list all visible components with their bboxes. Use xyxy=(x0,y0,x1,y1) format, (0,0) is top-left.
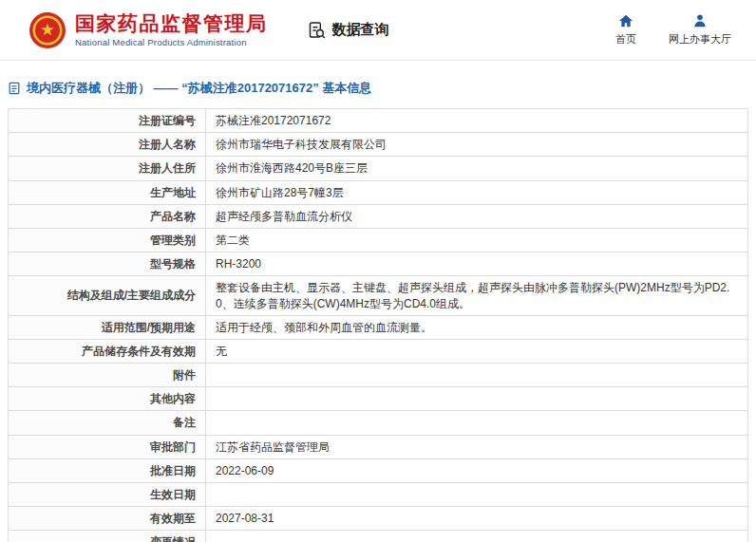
row-label: 附件 xyxy=(9,364,206,387)
row-value: 超声经颅多普勒血流分析仪 xyxy=(206,204,748,228)
table-row: 注册证编号苏械注准20172071672 xyxy=(9,109,748,133)
row-label: 生效日期 xyxy=(9,483,206,507)
row-label: 产品储存条件及有效期 xyxy=(9,339,206,363)
breadcrumb: 境内医疗器械（注册） —— “苏械注准20172071672” 基本信息 xyxy=(0,61,756,108)
row-label: 管理类别 xyxy=(9,228,206,252)
brand-text: 国家药品监督管理局 National Medical Products Admi… xyxy=(75,12,268,47)
home-icon xyxy=(618,13,633,28)
table-row: 其他内容 xyxy=(9,387,748,411)
table-row: 产品名称超声经颅多普勒血流分析仪 xyxy=(9,204,748,228)
row-label: 审批部门 xyxy=(9,435,206,458)
table-row: 附件 xyxy=(9,364,748,387)
row-label: 注册人名称 xyxy=(9,133,206,157)
row-label: 有效期至 xyxy=(9,507,206,531)
document-icon xyxy=(8,82,21,95)
table-row: 注册人住所徐州市淮海西路420号B座三层 xyxy=(9,157,748,180)
table-row: 产品储存条件及有效期无 xyxy=(9,339,748,363)
registration-info-table: 注册证编号苏械注准20172071672注册人名称徐州市瑞华电子科技发展有限公司… xyxy=(8,108,748,542)
table-row: 有效期至2027-08-31 xyxy=(9,507,748,531)
row-label: 产品名称 xyxy=(9,204,206,228)
nav-home-label: 首页 xyxy=(615,32,636,47)
org-name-cn: 国家药品监督管理局 xyxy=(75,12,268,34)
row-label: 型号规格 xyxy=(9,252,206,276)
header-right-nav: 首页 网上办事大厅 xyxy=(615,13,731,47)
registration-info-table-wrap: 注册证编号苏械注准20172071672注册人名称徐州市瑞华电子科技发展有限公司… xyxy=(8,108,748,542)
row-value: 第二类 xyxy=(206,228,748,252)
national-emblem-icon xyxy=(28,11,66,49)
row-label: 其他内容 xyxy=(9,387,206,411)
row-value: 适用于经颅、颈部和外周血管的血流测量。 xyxy=(206,315,748,339)
row-label: 适用范围/预期用途 xyxy=(9,315,206,339)
brand-logo[interactable]: 国家药品监督管理局 National Medical Products Admi… xyxy=(28,11,268,49)
table-row: 变更情况 xyxy=(9,531,748,542)
nav-data-query[interactable]: 数据查询 xyxy=(308,21,389,40)
table-row: 审批部门江苏省药品监督管理局 xyxy=(9,435,748,458)
user-icon xyxy=(692,13,708,28)
table-row: 生效日期 xyxy=(9,483,748,507)
row-value: 江苏省药品监督管理局 xyxy=(206,435,748,458)
row-value: 徐州市矿山路28号7幢3层 xyxy=(206,180,748,204)
row-value: 徐州市淮海西路420号B座三层 xyxy=(206,157,748,180)
row-label: 生产地址 xyxy=(9,180,206,204)
row-label: 结构及组成/主要组成成分 xyxy=(9,276,206,315)
row-value: 整套设备由主机、显示器、主键盘、超声探头组成，超声探头由脉冲多普勒探头(PW)2… xyxy=(206,276,748,315)
row-label: 批准日期 xyxy=(9,458,206,482)
site-header: 国家药品监督管理局 National Medical Products Admi… xyxy=(0,0,756,61)
row-label: 变更情况 xyxy=(9,531,206,542)
row-value xyxy=(206,411,748,435)
table-row: 生产地址徐州市矿山路28号7幢3层 xyxy=(9,180,748,204)
row-value: 2027-08-31 xyxy=(206,507,748,531)
nav-service-hall[interactable]: 网上办事大厅 xyxy=(669,13,731,47)
row-value: 无 xyxy=(206,339,748,363)
row-value xyxy=(206,387,748,411)
row-value: RH-3200 xyxy=(206,252,748,276)
row-label: 注册人住所 xyxy=(9,157,206,180)
table-row: 管理类别第二类 xyxy=(9,228,748,252)
row-value xyxy=(206,531,748,542)
nav-service-hall-label: 网上办事大厅 xyxy=(669,32,731,47)
breadcrumb-text: 境内医疗器械（注册） —— “苏械注准20172071672” 基本信息 xyxy=(27,80,371,97)
data-query-icon xyxy=(308,21,327,40)
row-label: 备注 xyxy=(9,411,206,435)
row-value: 徐州市瑞华电子科技发展有限公司 xyxy=(206,133,748,157)
row-value: 2022-06-09 xyxy=(206,458,748,482)
row-value xyxy=(206,483,748,507)
data-query-label: 数据查询 xyxy=(332,21,389,39)
org-name-en: National Medical Products Administration xyxy=(75,37,268,47)
table-row: 适用范围/预期用途适用于经颅、颈部和外周血管的血流测量。 xyxy=(9,315,748,339)
table-row: 备注 xyxy=(9,411,748,435)
table-row: 批准日期2022-06-09 xyxy=(9,458,748,482)
row-value: 苏械注准20172071672 xyxy=(206,109,748,133)
row-label: 注册证编号 xyxy=(9,109,206,133)
table-row: 注册人名称徐州市瑞华电子科技发展有限公司 xyxy=(9,133,748,157)
table-row: 结构及组成/主要组成成分整套设备由主机、显示器、主键盘、超声探头组成，超声探头由… xyxy=(9,276,748,315)
row-value xyxy=(206,364,748,387)
table-row: 型号规格RH-3200 xyxy=(9,252,748,276)
nav-home[interactable]: 首页 xyxy=(615,13,636,47)
